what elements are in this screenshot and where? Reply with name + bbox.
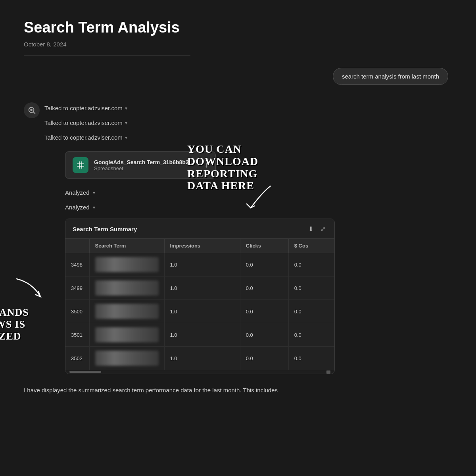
- data-table: Search Term Impressions Clicks $ Cos 349…: [65, 239, 334, 370]
- row-impressions-1: 1.0: [164, 253, 240, 276]
- row-cost-3: 0.0: [288, 300, 334, 323]
- file-name: GoogleAds_Search Term_31b6b8b2...: [94, 159, 199, 165]
- row-clicks-4: 0.0: [240, 323, 288, 347]
- activity-label-3: Talked to copter.adzviser.com ▾: [44, 134, 127, 141]
- col-id: [65, 239, 89, 253]
- col-cost: $ Cos: [288, 239, 334, 253]
- download-table-button[interactable]: ⬇: [307, 225, 315, 234]
- analyzed-chevron-1: ▾: [93, 190, 95, 196]
- blurred-term-3: [95, 304, 159, 319]
- col-clicks: Clicks: [240, 239, 288, 253]
- row-search-term-1: [89, 253, 164, 276]
- row-cost-2: 0.0: [288, 276, 334, 300]
- scroll-right-btn: [326, 370, 330, 374]
- chevron-icon-3: ▾: [125, 135, 127, 140]
- table-title: Search Term Summary: [73, 226, 137, 232]
- table-row: 3501 1.0 0.0 0.0: [65, 323, 334, 347]
- search-pill[interactable]: search term analysis from last month: [333, 68, 448, 85]
- row-search-term-2: [89, 276, 164, 300]
- search-pill-row: search term analysis from last month: [24, 68, 452, 85]
- chevron-icon-1: ▾: [125, 106, 127, 111]
- row-cost-5: 0.0: [288, 347, 334, 370]
- activity-row-2: Talked to copter.adzviser.com ▾: [44, 115, 452, 130]
- download-icon[interactable]: ↓: [205, 161, 208, 169]
- annotation-rows-arrow: [13, 275, 44, 307]
- table-area: THOUSANDS OF ROWS IS ANALYZED Search Ter…: [44, 219, 452, 374]
- table-row: 3500 1.0 0.0 0.0: [65, 300, 334, 323]
- row-clicks-1: 0.0: [240, 253, 288, 276]
- row-clicks-5: 0.0: [240, 347, 288, 370]
- activity-row-1: Talked to copter.adzviser.com ▾: [44, 101, 452, 115]
- divider: [24, 56, 190, 56]
- file-info: GoogleAds_Search Term_31b6b8b2... Spread…: [94, 159, 199, 171]
- expand-table-button[interactable]: ⤢: [319, 225, 327, 234]
- row-clicks-3: 0.0: [240, 300, 288, 323]
- annotation-rows-text: THOUSANDS OF ROWS IS ANALYZED: [0, 307, 40, 342]
- table-row: 3498 1.0 0.0 0.0: [65, 253, 334, 276]
- col-search-term: Search Term: [89, 239, 164, 253]
- analyzed-label-1: Analyzed: [65, 189, 90, 196]
- row-search-term-4: [89, 323, 164, 347]
- row-impressions-2: 1.0: [164, 276, 240, 300]
- chevron-icon-2: ▾: [125, 120, 127, 126]
- activity-list: Talked to copter.adzviser.com ▾ Talked t…: [44, 101, 452, 378]
- table-header: Search Term Impressions Clicks $ Cos: [65, 239, 334, 253]
- page-container: Search Term Analysis October 8, 2024 sea…: [0, 0, 476, 411]
- activity-row-3: Talked to copter.adzviser.com ▾: [44, 130, 452, 145]
- blurred-term-5: [95, 351, 159, 366]
- row-id-2: 3499: [65, 276, 89, 300]
- analyzed-row-2: Analyzed ▾: [44, 200, 452, 215]
- row-id-5: 3502: [65, 347, 89, 370]
- activity-label-2: Talked to copter.adzviser.com ▾: [44, 119, 127, 126]
- scroll-bar-h: [65, 370, 334, 374]
- bottom-summary-text: I have displayed the summarized search t…: [24, 386, 365, 395]
- activity-label-1: Talked to copter.adzviser.com ▾: [44, 105, 127, 111]
- col-impressions: Impressions: [164, 239, 240, 253]
- spreadsheet-icon: [73, 157, 88, 173]
- analyzed-chevron-2: ▾: [93, 205, 95, 210]
- annotation-rows: THOUSANDS OF ROWS IS ANALYZED: [0, 271, 40, 342]
- svg-point-2: [30, 109, 33, 111]
- row-id-4: 3501: [65, 323, 89, 347]
- data-table-container: Search Term Summary ⬇ ⤢ Search Term: [65, 219, 335, 374]
- table-row: 3502 1.0 0.0 0.0: [65, 347, 334, 370]
- svg-rect-3: [77, 161, 84, 169]
- row-clicks-2: 0.0: [240, 276, 288, 300]
- scroll-thumb-h: [69, 371, 101, 373]
- analyzed-row-1: Analyzed ▾: [44, 185, 452, 200]
- svg-line-1: [33, 112, 35, 113]
- row-search-term-3: [89, 300, 164, 323]
- table-body: 3498 1.0 0.0 0.0 3499 1.0: [65, 253, 334, 370]
- analyzed-label-2: Analyzed: [65, 204, 90, 211]
- row-id-3: 3500: [65, 300, 89, 323]
- activity-section: Talked to copter.adzviser.com ▾ Talked t…: [24, 101, 452, 378]
- file-type: Spreadsheet: [94, 165, 199, 171]
- table-header-row: Search Term Summary ⬇ ⤢: [65, 219, 334, 239]
- row-impressions-5: 1.0: [164, 347, 240, 370]
- table-actions: ⬇ ⤢: [307, 225, 327, 234]
- row-id-1: 3498: [65, 253, 89, 276]
- file-card-area: YOU CAN DOWNLOAD REPORTING DATA HERE: [44, 151, 452, 179]
- table-wrapper[interactable]: Search Term Impressions Clicks $ Cos 349…: [65, 239, 334, 370]
- row-cost-4: 0.0: [288, 323, 334, 347]
- activity-main-icon: [24, 102, 40, 118]
- row-search-term-5: [89, 347, 164, 370]
- page-date: October 8, 2024: [24, 41, 452, 48]
- file-card[interactable]: GoogleAds_Search Term_31b6b8b2... Spread…: [65, 151, 216, 179]
- row-impressions-4: 1.0: [164, 323, 240, 347]
- page-title: Search Term Analysis: [24, 19, 452, 36]
- blurred-term-1: [95, 257, 159, 272]
- row-cost-1: 0.0: [288, 253, 334, 276]
- table-row: 3499 1.0 0.0 0.0: [65, 276, 334, 300]
- row-impressions-3: 1.0: [164, 300, 240, 323]
- blurred-term-2: [95, 280, 159, 296]
- blurred-term-4: [95, 327, 159, 342]
